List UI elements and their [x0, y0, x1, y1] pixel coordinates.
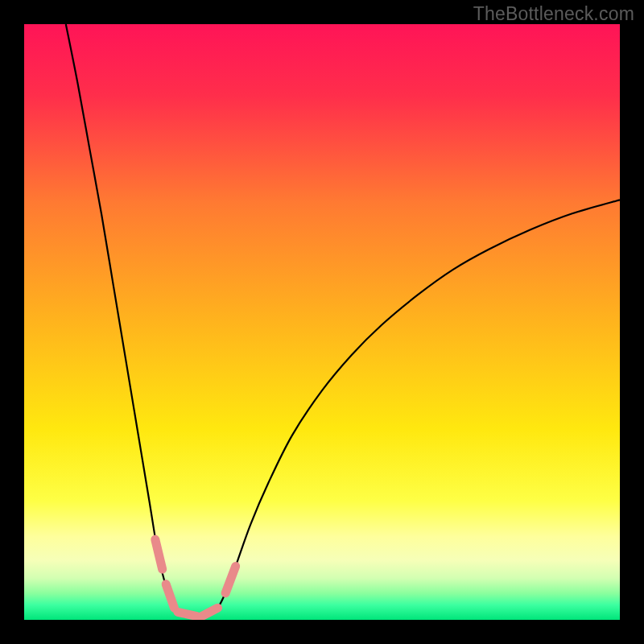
gradient-background	[24, 24, 620, 620]
chart-frame: TheBottleneck.com	[0, 0, 644, 644]
highlight-segment	[178, 612, 197, 616]
plot-area	[24, 24, 620, 620]
watermark-text: TheBottleneck.com	[473, 3, 634, 25]
bottleneck-chart	[24, 24, 620, 620]
